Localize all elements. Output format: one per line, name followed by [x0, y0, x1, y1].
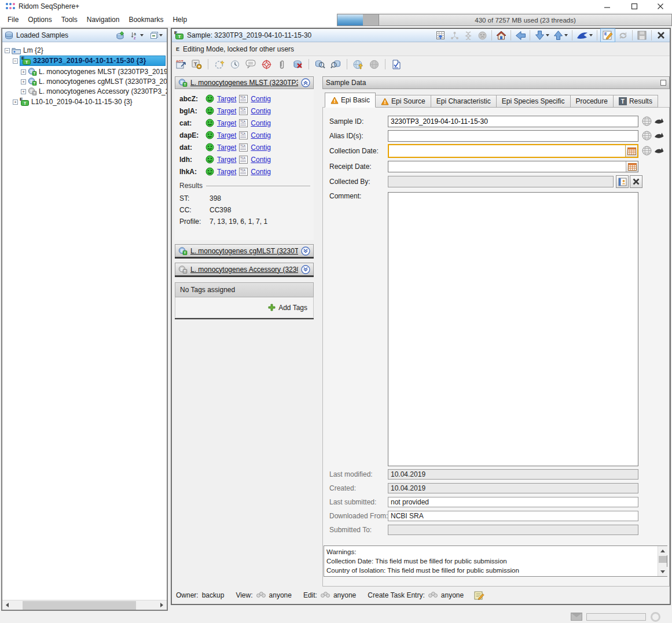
history-button[interactable] [229, 58, 241, 71]
audit-swoosh-icon[interactable] [654, 117, 664, 125]
export-assembly-button[interactable]: AGT [175, 58, 188, 71]
load-samples-button[interactable] [113, 29, 126, 42]
tab-epi-characteristic[interactable]: Epi Characteristic [431, 95, 497, 108]
tab-epi-basic[interactable]: Epi Basic [325, 93, 376, 108]
selected-tree-item[interactable]: E T 3230TP3_2019-04-10-11-15-30 {3} [20, 56, 166, 66]
edit-mode-button-active[interactable]: E [600, 28, 615, 42]
receipt-date-input[interactable] [388, 161, 626, 172]
comment-textarea[interactable] [388, 192, 638, 466]
target-link[interactable]: Target [217, 131, 236, 139]
tree-row-sample2[interactable]: + E T L10-10_2019-04-10-11-15-30 {3} [13, 97, 133, 107]
contig-link[interactable]: Contig [251, 107, 271, 115]
tree-row-cgmlst[interactable]: + S T L. monocytogenes cgMLST (3230TP3_2… [21, 76, 167, 87]
horizontal-scrollbar[interactable] [2, 600, 167, 610]
close-button[interactable] [647, 0, 672, 13]
minimize-button[interactable] [594, 0, 620, 13]
contig-link[interactable]: Contig [251, 156, 271, 164]
expand-panel-icon[interactable] [301, 246, 310, 256]
contig-link[interactable]: Contig [251, 143, 271, 152]
expand-toggle[interactable]: + [21, 69, 26, 75]
task-template-settings-button[interactable]: T [190, 58, 203, 71]
target-link[interactable]: Target [217, 156, 236, 164]
collapse-panel-icon[interactable] [301, 78, 310, 87]
scroll-left-button[interactable] [2, 600, 12, 610]
expand-toggle[interactable]: + [21, 79, 26, 84]
collapse-all-button[interactable] [148, 29, 164, 42]
audit-swoosh-icon[interactable] [654, 132, 664, 139]
target-link[interactable]: Target [217, 143, 236, 152]
target-link[interactable]: Target [217, 107, 236, 115]
mlst-panel-title-link[interactable]: L. monocytogenes MLST (3230TP3_2... [190, 79, 298, 87]
attachment-button[interactable] [276, 58, 288, 71]
navigate-down-button[interactable] [533, 29, 550, 42]
navigate-up-button[interactable] [552, 29, 569, 42]
remove-from-database-button[interactable] [291, 58, 304, 71]
tab-results[interactable]: T Results [614, 95, 658, 108]
globe-icon[interactable] [642, 116, 652, 126]
back-button[interactable] [514, 29, 527, 42]
target-button[interactable] [260, 58, 273, 71]
submit-table-button[interactable] [434, 29, 447, 42]
comment-button[interactable] [244, 58, 257, 71]
add-tags-button[interactable]: Add Tags [278, 304, 307, 312]
close-panel-button[interactable] [655, 29, 667, 42]
edit-permissions-icon[interactable] [474, 591, 484, 600]
tree-row-mlst[interactable]: + S T L. monocytogenes MLST (3230TP3_201… [21, 67, 167, 77]
collection-date-input[interactable] [389, 145, 625, 157]
menu-help[interactable]: Help [168, 14, 191, 25]
search-database-button[interactable] [314, 58, 326, 71]
contig-link[interactable]: Contig [251, 95, 271, 103]
report-button[interactable] [390, 58, 403, 71]
menu-bookmarks[interactable]: Bookmarks [124, 14, 167, 25]
target-link[interactable]: Target [217, 119, 236, 127]
contig-link[interactable]: Contig [251, 168, 271, 176]
target-link[interactable]: Target [217, 95, 236, 103]
contig-link[interactable]: Contig [251, 131, 271, 139]
tree-row-lm[interactable]: − Lm {2} [5, 45, 43, 56]
submit-to-server-button[interactable] [352, 58, 365, 71]
save-button-disabled[interactable] [636, 29, 648, 42]
menu-options[interactable]: Options [24, 14, 56, 25]
warnings-scrollbar[interactable] [658, 546, 667, 576]
goto-analysis-button[interactable] [575, 29, 594, 42]
sort-button[interactable]: az [129, 29, 145, 42]
receipt-date-calendar-button[interactable] [626, 161, 638, 172]
tree-row-sample-selected[interactable]: − E T 3230TP3_2019-04-10-11-15-30 {3} [13, 56, 166, 66]
cgmlst-panel-title-link[interactable]: L. monocytogenes cgMLST (3230TP3... [190, 247, 298, 255]
menu-navigation[interactable]: Navigation [83, 14, 124, 25]
reprocess-button[interactable] [213, 58, 226, 71]
collapse-toggle[interactable]: − [13, 58, 18, 64]
collection-date-calendar-button[interactable] [625, 145, 637, 157]
sample-id-input[interactable] [388, 116, 638, 127]
audit-swoosh-icon[interactable] [654, 147, 664, 154]
scroll-up-button[interactable] [658, 546, 667, 555]
accessory-panel-title-link[interactable]: L. monocytogenes Accessory (3230... [190, 266, 298, 274]
target-link[interactable]: Target [217, 168, 236, 176]
maximize-panel-icon[interactable] [660, 80, 666, 86]
tab-epi-source[interactable]: Epi Source [376, 95, 431, 108]
home-button[interactable] [495, 29, 508, 42]
collapse-toggle[interactable]: − [5, 48, 10, 53]
tab-procedure[interactable]: Procedure [571, 95, 614, 108]
contig-link[interactable]: Contig [251, 119, 271, 127]
scroll-right-button[interactable] [157, 600, 167, 610]
tab-epi-species-specific[interactable]: Epi Species Specific [497, 95, 571, 108]
collected-by-clear-button[interactable] [630, 175, 642, 188]
refresh-button-disabled[interactable] [616, 29, 629, 42]
scroll-down-button[interactable] [658, 567, 667, 576]
globe-icon[interactable] [642, 131, 652, 141]
scrollbar-thumb[interactable] [659, 556, 667, 563]
scrollbar-thumb[interactable] [23, 601, 136, 610]
alias-ids-input[interactable] [388, 130, 638, 142]
menu-file[interactable]: File [3, 14, 23, 25]
collected-by-contact-button[interactable] [616, 175, 629, 188]
face-button-disabled[interactable] [476, 29, 489, 42]
expand-toggle[interactable]: + [21, 89, 26, 94]
expand-toggle[interactable]: + [13, 99, 18, 105]
globe-icon[interactable] [642, 146, 652, 156]
tree-view-button-disabled[interactable] [448, 29, 461, 42]
menu-tools[interactable]: Tools [57, 14, 82, 25]
download-from-server-button-disabled[interactable] [368, 58, 380, 71]
maximize-button[interactable] [621, 0, 647, 13]
search-database-alt-button[interactable] [329, 58, 342, 71]
